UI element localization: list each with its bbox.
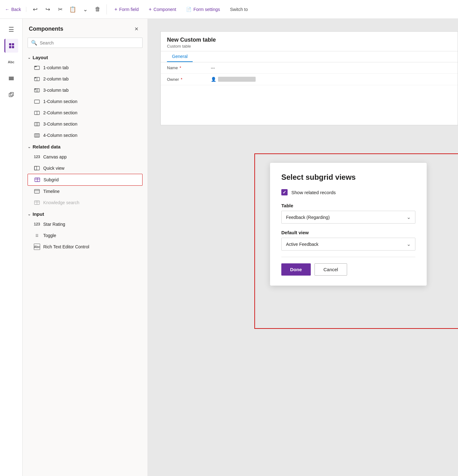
- form-fields: Name * --- Owner * 👤: [161, 62, 458, 85]
- related-data-section-header[interactable]: ⌄ Related data: [28, 141, 143, 151]
- add-component-button[interactable]: + Component: [145, 5, 180, 14]
- default-view-field-label: Default view: [281, 230, 415, 235]
- default-view-dropdown-arrow-icon: ⌄: [407, 241, 411, 247]
- 1col-tab-icon: [34, 65, 40, 71]
- svg-rect-0: [9, 43, 11, 45]
- field-value-name: ---: [211, 65, 451, 70]
- nav-grid[interactable]: [4, 39, 18, 53]
- rich-text-icon: Abc: [34, 244, 40, 250]
- paste-button[interactable]: 📋: [68, 4, 78, 14]
- redo-button[interactable]: ↪: [43, 4, 53, 14]
- show-related-records-checkbox[interactable]: ✓: [281, 189, 288, 195]
- add-form-field-icon: +: [114, 7, 117, 12]
- form-settings-icon: 📄: [186, 7, 191, 12]
- checkmark-icon: ✓: [283, 190, 286, 195]
- done-button[interactable]: Done: [281, 263, 311, 276]
- 1col-section-label: 1-Column section: [43, 99, 77, 104]
- svg-rect-10: [34, 66, 37, 67]
- component-3col-tab[interactable]: 3-column tab: [28, 85, 143, 96]
- dialog-buttons: Done Cancel: [281, 263, 415, 276]
- field-required-marker-owner: *: [181, 77, 182, 82]
- toolbar-separator: [107, 4, 107, 14]
- related-data-chevron-icon: ⌄: [28, 145, 31, 149]
- form-settings-label: Form settings: [193, 7, 220, 12]
- field-row-owner: Owner * 👤: [161, 74, 458, 85]
- form-header: New Custom table Custom table: [161, 32, 458, 51]
- component-star-rating[interactable]: 123 Star Rating: [28, 219, 143, 230]
- svg-rect-8: [10, 92, 13, 96]
- nav-hamburger[interactable]: ☰: [4, 23, 18, 36]
- 3col-section-icon: [34, 121, 40, 127]
- form-tabs: General: [161, 51, 458, 62]
- tab-general[interactable]: General: [167, 51, 193, 62]
- sidebar-header: Components ✕: [23, 19, 148, 38]
- table-dropdown-arrow-icon: ⌄: [407, 214, 411, 220]
- table-select[interactable]: Feedback (Regarding) ⌄: [281, 211, 415, 224]
- add-component-icon: +: [149, 7, 152, 12]
- star-rating-icon: 123: [34, 221, 40, 227]
- cut-button[interactable]: ✂: [55, 4, 65, 14]
- component-timeline[interactable]: Timeline: [28, 186, 143, 197]
- component-canvas-app[interactable]: 123 Canvas app: [28, 151, 143, 163]
- search-input[interactable]: [40, 40, 139, 45]
- timeline-icon: [34, 188, 40, 194]
- default-view-select-value: Active Feedback: [286, 242, 319, 247]
- layout-section-label: Layout: [33, 55, 48, 60]
- component-subgrid[interactable]: Subgrid: [28, 174, 143, 186]
- field-label-owner: Owner *: [167, 77, 211, 82]
- 3col-section-label: 3-Column section: [43, 122, 77, 127]
- delete-button[interactable]: 🗑: [93, 4, 103, 14]
- components-sidebar: Components ✕ 🔍 ⌄ Layout 1-column tab: [23, 19, 148, 476]
- component-toggle[interactable]: ☰ Toggle: [28, 230, 143, 241]
- sidebar-search-container: 🔍: [28, 38, 143, 48]
- 4col-section-label: 4-Column section: [43, 133, 77, 138]
- input-section-header[interactable]: ⌄ Input: [28, 208, 143, 219]
- nav-copy[interactable]: [4, 88, 18, 101]
- nav-text[interactable]: Abc: [4, 55, 18, 69]
- component-3col-section[interactable]: 3-Column section: [28, 118, 143, 130]
- more-button[interactable]: ⌄: [80, 4, 90, 14]
- back-button[interactable]: ← Back: [5, 7, 26, 12]
- form-settings-button[interactable]: 📄 Form settings: [182, 5, 224, 14]
- svg-rect-1: [12, 43, 14, 45]
- toggle-label: Toggle: [43, 233, 56, 238]
- svg-rect-2: [9, 46, 11, 48]
- search-icon: 🔍: [31, 40, 37, 46]
- show-related-records-label: Show related records: [291, 190, 336, 195]
- sidebar-close-button[interactable]: ✕: [131, 24, 141, 34]
- component-1col-tab[interactable]: 1-column tab: [28, 62, 143, 73]
- svg-rect-4: [9, 77, 14, 78]
- component-4col-section[interactable]: 4-Column section: [28, 130, 143, 141]
- switch-to-button[interactable]: Switch to: [226, 5, 252, 14]
- canvas-app-label: Canvas app: [43, 154, 67, 159]
- svg-rect-13: [34, 77, 36, 78]
- add-form-field-button[interactable]: + Form field: [111, 5, 143, 14]
- default-view-select[interactable]: Active Feedback ⌄: [281, 238, 415, 251]
- form-canvas: New Custom table Custom table General Na…: [160, 31, 458, 125]
- nav-layers[interactable]: [4, 71, 18, 85]
- field-required-marker: *: [180, 65, 181, 70]
- undo-button[interactable]: ↩: [30, 4, 40, 14]
- layout-section-header[interactable]: ⌄ Layout: [28, 52, 143, 62]
- left-nav: ☰ Abc: [0, 19, 23, 476]
- dialog-divider: [281, 257, 415, 257]
- component-2col-section[interactable]: 2-Column section: [28, 107, 143, 118]
- 3col-tab-label: 3-column tab: [43, 88, 69, 93]
- field-row-name: Name * ---: [161, 62, 458, 74]
- field-value-owner: 👤: [211, 77, 451, 82]
- component-2col-tab[interactable]: 2-column tab: [28, 73, 143, 85]
- svg-rect-5: [9, 78, 14, 79]
- component-quick-view[interactable]: Quick view: [28, 163, 143, 174]
- 3col-tab-icon: [34, 87, 40, 93]
- owner-value-blurred: [218, 77, 256, 82]
- component-rich-text[interactable]: Abc Rich Text Editor Control: [28, 241, 143, 252]
- component-1col-section[interactable]: 1-Column section: [28, 96, 143, 107]
- content-area: New Custom table Custom table General Na…: [148, 19, 458, 476]
- table-field-label: Table: [281, 203, 415, 208]
- form-title: New Custom table: [167, 37, 451, 43]
- quick-view-label: Quick view: [43, 166, 65, 171]
- input-section-label: Input: [33, 211, 44, 217]
- form-subtitle: Custom table: [167, 44, 451, 49]
- 2col-section-label: 2-Column section: [43, 110, 77, 115]
- cancel-button[interactable]: Cancel: [315, 263, 347, 276]
